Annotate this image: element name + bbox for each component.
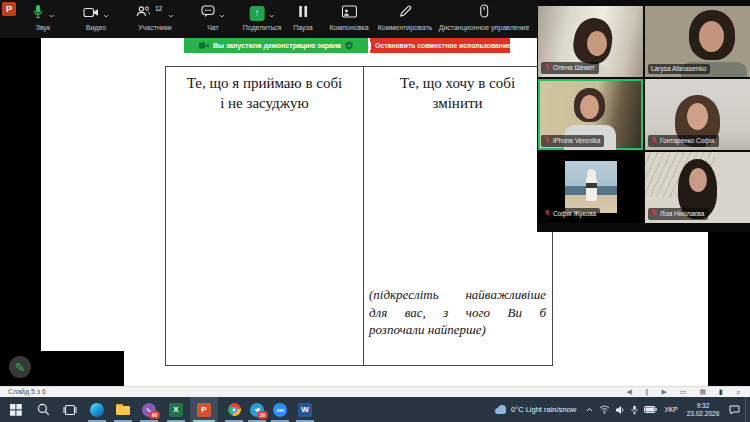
pause-share-button-label: Пауза: [293, 24, 312, 31]
table-header-left: Те, що я приймаю в собі і не засуджую: [166, 73, 363, 113]
volume-icon[interactable]: [612, 397, 627, 422]
participant-name-label: Олена Шемет: [541, 62, 599, 74]
participants-icon: [136, 4, 151, 22]
slideshow-view-icon[interactable]: ▮: [719, 388, 723, 396]
layout-button-label: Компоновка: [329, 24, 368, 31]
participant-name-label: Гонтаренко Софія: [648, 135, 719, 147]
participant-name-label: Софія Жукова: [541, 208, 600, 220]
table-header-right: Те, що хочу в собі змінити: [363, 73, 552, 113]
chevron-down-icon[interactable]: [269, 4, 275, 22]
pause-icon: [298, 4, 308, 22]
pause-share-button[interactable]: Пауза: [293, 4, 312, 31]
share-screen-button-label: Поделиться: [243, 24, 282, 31]
tray-time: 9:32: [697, 402, 710, 410]
stop-sharing-button[interactable]: Остановить совместное использование: [370, 38, 510, 53]
previous-slide-icon[interactable]: ◀: [627, 388, 632, 396]
chevron-down-icon[interactable]: [49, 4, 55, 22]
action-center-icon[interactable]: [723, 397, 745, 422]
participants-button[interactable]: 12 Участники: [136, 4, 174, 31]
annotate-button[interactable]: Комментировать: [378, 4, 433, 31]
chevron-down-icon[interactable]: [219, 4, 225, 22]
video-tile-olena-shemet[interactable]: Олена Шемет: [538, 6, 643, 77]
muted-mic-icon: [544, 136, 551, 146]
show-desktop-button[interactable]: [745, 397, 750, 422]
share-screen-icon: ↑: [250, 6, 265, 21]
remote-control-mouse-icon: [480, 4, 489, 22]
chrome-icon[interactable]: [222, 397, 246, 422]
chat-icon: [201, 4, 215, 22]
next-slide-icon[interactable]: ▶: [661, 388, 666, 396]
edge-icon[interactable]: [85, 397, 109, 422]
telegram-badge: 39: [257, 411, 268, 419]
annotation-toolbar-box: ✎: [0, 351, 124, 386]
powerpoint-window-icon: P: [2, 2, 16, 16]
pause-show-icon[interactable]: ∥: [645, 388, 649, 396]
excel-icon[interactable]: X: [164, 397, 188, 422]
audio-button-label: Звук: [36, 24, 50, 31]
presentation-status-bar: Слайд 5 з 6 ◀ ∥ ▶ ▭ ▦ ▮ ≡: [0, 386, 750, 397]
muted-mic-icon: [651, 136, 658, 146]
participant-name-label: Larysa Afanasenko: [648, 64, 710, 74]
start-button[interactable]: [4, 397, 28, 422]
word-icon[interactable]: W: [293, 397, 317, 422]
file-explorer-icon[interactable]: [111, 397, 135, 422]
pen-menu-icon[interactable]: ▭: [680, 388, 687, 396]
task-view-button[interactable]: [58, 397, 82, 422]
participants-count-badge: 12: [155, 5, 162, 12]
annotate-pencil-icon: [399, 4, 412, 22]
tray-chevron-icon[interactable]: [581, 397, 597, 422]
weather-cloud-icon: [494, 405, 507, 414]
screen-sharing-banner: Вы запустили демонстрацию экрана: [184, 38, 368, 53]
share-screen-button[interactable]: ↑ Поделиться: [243, 4, 282, 31]
viber-icon[interactable]: 60: [137, 397, 161, 422]
muted-mic-icon: [651, 209, 658, 219]
muted-mic-icon: [544, 63, 551, 73]
microphone-tray-icon[interactable]: [627, 397, 641, 422]
participant-name-label: Ліза Ніколаєва: [648, 208, 708, 220]
tray-date: 23.02.2026: [687, 410, 720, 418]
screen: P Звук Видео: [0, 0, 750, 422]
layout-icon: [341, 4, 357, 22]
menu-icon[interactable]: ≡: [736, 389, 740, 396]
chevron-down-icon[interactable]: [168, 4, 174, 22]
video-tile-sofiia-zhukova[interactable]: Софія Жукова: [538, 152, 643, 223]
table-note: (підкресліть найважливіше для вас, з чог…: [369, 286, 546, 339]
video-tile-iphone-veronika[interactable]: iPhone Veronika: [538, 79, 643, 150]
network-icon[interactable]: [597, 397, 612, 422]
shield-check-icon[interactable]: [345, 41, 353, 51]
zoom-app-icon[interactable]: zm: [268, 397, 292, 422]
audio-button[interactable]: Звук: [32, 4, 55, 31]
annotate-button-label: Комментировать: [378, 24, 433, 31]
slide-table: Те, що я приймаю в собі і не засуджую Те…: [165, 66, 553, 366]
stop-icon: [369, 42, 371, 50]
video-button-label: Видео: [86, 24, 106, 31]
weather-text: 0°C Light rain/snow: [511, 405, 576, 414]
video-tile-larysa-afanasenko[interactable]: Larysa Afanasenko: [645, 6, 750, 77]
telegram-icon[interactable]: 39: [245, 397, 269, 422]
participant-name-label: iPhone Veronika: [541, 135, 604, 147]
chat-button-label: Чат: [207, 24, 219, 31]
layout-button[interactable]: Компоновка: [329, 4, 368, 31]
annotation-pencil-button[interactable]: ✎: [9, 356, 31, 378]
weather-widget[interactable]: 0°C Light rain/snow: [494, 397, 576, 422]
remote-control-button-label: Дистанционное управление: [439, 24, 530, 31]
screen-share-camera-icon: [199, 42, 209, 50]
battery-icon[interactable]: [641, 397, 659, 422]
slide-counter: Слайд 5 з 6: [8, 388, 46, 395]
chat-button[interactable]: Чат: [201, 4, 225, 31]
search-button[interactable]: [31, 397, 55, 422]
language-indicator[interactable]: УКР: [659, 397, 683, 422]
chevron-down-icon[interactable]: [103, 4, 109, 22]
viber-badge: 60: [149, 411, 160, 419]
remote-control-button[interactable]: Дистанционное управление: [439, 4, 530, 31]
windows-taskbar: 60 X P 39 zm W: [0, 397, 750, 422]
participants-button-label: Участники: [138, 24, 171, 31]
microphone-icon: [32, 4, 45, 23]
all-slides-icon[interactable]: ▦: [699, 388, 706, 396]
video-button[interactable]: Видео: [83, 4, 109, 31]
clock[interactable]: 9:32 23.02.2026: [683, 397, 723, 422]
camera-icon: [83, 4, 99, 22]
powerpoint-icon[interactable]: P: [190, 397, 218, 422]
video-tile-hontarenko-sofiia[interactable]: Гонтаренко Софія: [645, 79, 750, 150]
video-tile-liza-nikolaieva[interactable]: Ліза Ніколаєва: [645, 152, 750, 223]
